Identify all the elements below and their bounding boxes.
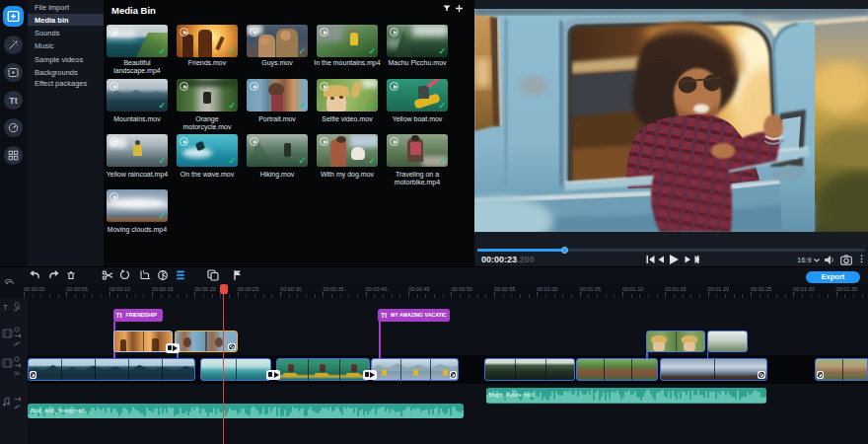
svg-text:T: T [3,303,8,312]
